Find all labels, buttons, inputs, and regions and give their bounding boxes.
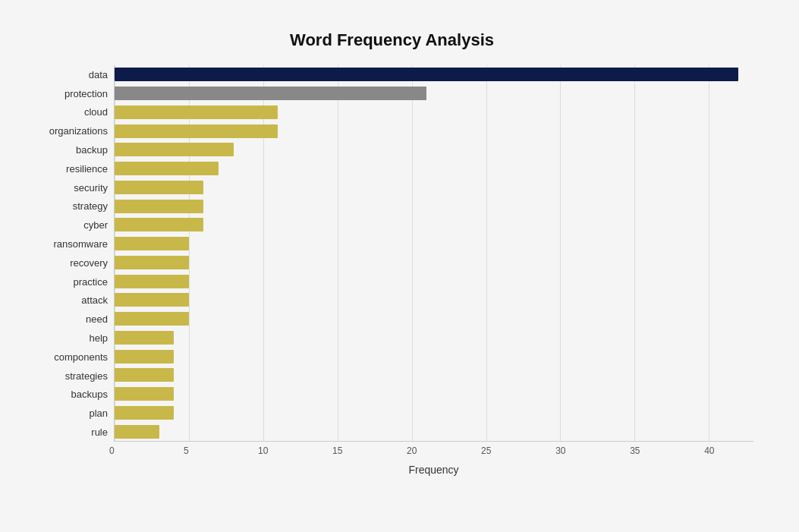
y-label: cyber (30, 220, 108, 230)
y-label: data (30, 70, 108, 80)
chart-title: Word Frequency Analysis (30, 30, 753, 50)
bar-row (115, 329, 753, 346)
bar-row (115, 291, 753, 308)
y-label: practice (30, 277, 108, 287)
y-label: plan (30, 408, 108, 418)
bar-row (115, 235, 753, 252)
bar-row (115, 198, 753, 215)
bar-row (115, 85, 753, 102)
bar (115, 350, 174, 364)
y-label: organizations (30, 126, 108, 136)
bar (115, 237, 189, 250)
bar-row (115, 423, 753, 440)
bar-row (115, 104, 753, 121)
bar-row (115, 348, 753, 365)
bar (115, 105, 278, 119)
grid-line (263, 65, 264, 441)
bar-row (115, 216, 753, 233)
y-label: strategy (30, 201, 108, 211)
bar-row (115, 254, 753, 271)
bar (115, 293, 189, 307)
x-axis: 0510152025303540 (114, 445, 753, 461)
grid-line (560, 65, 561, 441)
bar-row (115, 367, 753, 383)
grid-line (189, 65, 190, 441)
y-label: ransomware (30, 239, 108, 249)
x-tick: 5 (184, 445, 189, 456)
chart-area: dataprotectioncloudorganizationsbackupre… (30, 65, 753, 476)
bar (115, 312, 189, 326)
bar (115, 162, 219, 175)
bar-row (115, 273, 753, 290)
y-label: rule (30, 427, 108, 437)
bars-section: dataprotectioncloudorganizationsbackupre… (30, 65, 753, 442)
bar-row (115, 405, 753, 421)
x-tick: 20 (407, 445, 417, 456)
bar (115, 218, 203, 231)
y-label: help (30, 333, 108, 343)
bar-row (115, 160, 753, 177)
y-label: need (30, 314, 108, 324)
y-label: backups (30, 389, 108, 399)
chart-container: Word Frequency Analysis dataprotectioncl… (15, 15, 784, 532)
y-label: security (30, 183, 108, 193)
x-tick: 35 (630, 445, 640, 456)
bar-row (115, 386, 753, 402)
y-label: attack (30, 295, 108, 305)
bars-area (114, 65, 753, 442)
grid-lines (115, 65, 753, 441)
bar (115, 200, 203, 213)
bar-row (115, 66, 753, 83)
x-tick: 0 (109, 445, 115, 456)
y-label: recovery (30, 258, 108, 268)
bar (115, 406, 174, 420)
x-tick: 40 (704, 445, 714, 456)
bar (115, 143, 234, 156)
x-tick: 15 (332, 445, 342, 456)
grid-line (709, 65, 709, 441)
bar (115, 368, 174, 382)
bar (115, 331, 174, 345)
bar (115, 387, 174, 401)
bar (115, 124, 278, 138)
x-axis-label: Frequency (30, 464, 753, 476)
bar-row (115, 141, 753, 158)
x-tick: 30 (555, 445, 565, 456)
grid-line (115, 65, 115, 441)
bar-row (115, 179, 753, 196)
bar (115, 87, 426, 100)
bar (115, 181, 203, 194)
y-labels: dataprotectioncloudorganizationsbackupre… (30, 65, 114, 442)
y-label: protection (30, 89, 108, 99)
y-label: backup (30, 145, 108, 155)
bar-row (115, 123, 753, 140)
grid-line (486, 65, 487, 441)
x-tick: 10 (258, 445, 268, 456)
bar (115, 68, 738, 81)
bar (115, 425, 159, 439)
y-label: strategies (30, 371, 108, 381)
x-tick: 25 (481, 445, 491, 456)
grid-line (634, 65, 635, 441)
grid-line (338, 65, 338, 441)
bar (115, 256, 189, 269)
y-label: components (30, 352, 108, 362)
bar-row (115, 310, 753, 327)
y-label: cloud (30, 107, 108, 117)
grid-line (412, 65, 413, 441)
bar (115, 275, 189, 288)
y-label: resilience (30, 164, 108, 174)
